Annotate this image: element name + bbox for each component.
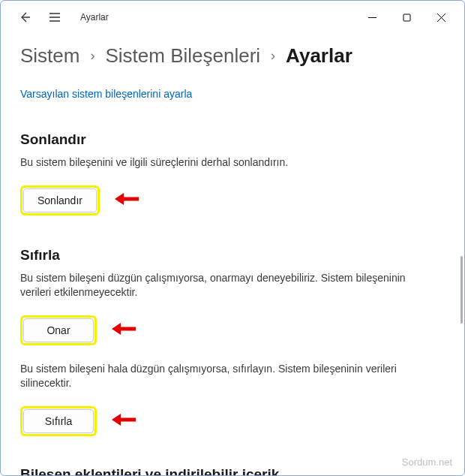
section-title-reset: Sıfırla [20, 247, 445, 264]
app-title: Ayarlar [80, 12, 109, 23]
annotation-highlight: Onar [20, 315, 97, 345]
back-button[interactable] [14, 7, 35, 28]
section-desc-repair: Bu sistem bileşeni düzgün çalışmıyorsa, … [20, 271, 425, 300]
breadcrumb-item-current: Ayarlar [286, 44, 352, 68]
section-title-terminate: Sonlandır [20, 131, 445, 148]
menu-button[interactable] [44, 7, 65, 28]
annotation-highlight: Sonlandır [20, 185, 100, 215]
annotation-arrow-icon [110, 321, 137, 339]
breadcrumb: Sistem › Sistem Bileşenleri › Ayarlar [20, 44, 445, 68]
annotation-arrow-icon [110, 412, 137, 430]
defaults-link[interactable]: Varsayılan sistem bileşenlerini ayarla [20, 88, 192, 100]
svg-rect-0 [404, 14, 410, 21]
terminate-button[interactable]: Sonlandır [23, 188, 97, 212]
section-desc-reset: Bu sistem bileşeni hala düzgün çalışmıyo… [20, 362, 425, 391]
maximize-button[interactable] [389, 6, 424, 29]
minimize-button[interactable] [355, 6, 389, 29]
section-desc-terminate: Bu sistem bileşenini ve ilgili süreçleri… [20, 155, 425, 170]
repair-button[interactable]: Onar [23, 318, 94, 342]
annotation-arrow-icon [113, 191, 140, 209]
scrollbar[interactable] [460, 256, 463, 324]
watermark: Sordum.net [402, 456, 452, 468]
titlebar: Ayarlar [1, 1, 464, 34]
close-button[interactable] [424, 6, 458, 29]
content-area: Sistem › Sistem Bileşenleri › Ayarlar Va… [1, 34, 464, 476]
breadcrumb-item-bilesenler[interactable]: Sistem Bileşenleri [105, 44, 260, 68]
chevron-right-icon: › [90, 48, 94, 64]
section-title-addons: Bileşen eklentileri ve indirilebilir içe… [20, 466, 445, 476]
reset-button[interactable]: Sıfırla [23, 409, 94, 433]
chevron-right-icon: › [271, 48, 275, 64]
breadcrumb-item-sistem[interactable]: Sistem [20, 44, 80, 68]
annotation-highlight: Sıfırla [20, 406, 97, 436]
